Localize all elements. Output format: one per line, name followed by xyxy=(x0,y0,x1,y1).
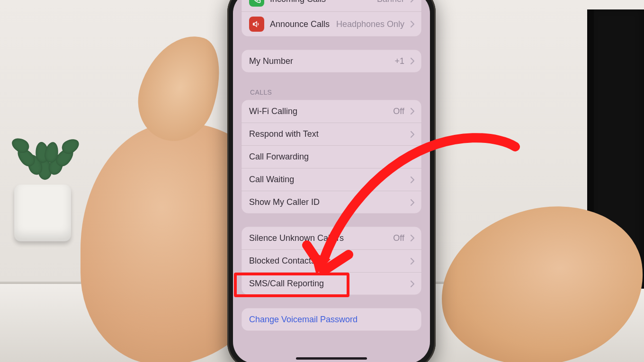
row-label: Silence Unknown Callers xyxy=(249,233,387,243)
plant-pot xyxy=(14,185,71,241)
row-value: Banner xyxy=(377,0,404,4)
group-calls: Wi-Fi Calling Off Respond with Text Call… xyxy=(242,100,421,213)
row-label: Show My Caller ID xyxy=(249,197,404,207)
section-header-calls: CALLS xyxy=(250,88,420,96)
phone-in-icon xyxy=(249,0,264,7)
row-show-my-caller-id[interactable]: Show My Caller ID xyxy=(242,191,421,213)
row-label: Change Voicemail Password xyxy=(249,315,415,325)
chevron-right-icon xyxy=(410,280,415,288)
group-silence-block: Silence Unknown Callers Off Blocked Cont… xyxy=(242,227,421,295)
row-call-forwarding[interactable]: Call Forwarding xyxy=(242,145,421,168)
row-label: Wi-Fi Calling xyxy=(249,106,387,116)
succulent-plant xyxy=(7,71,83,194)
row-label: Call Forwarding xyxy=(249,152,404,162)
group-my-number: My Number +1 xyxy=(242,50,421,72)
row-call-waiting[interactable]: Call Waiting xyxy=(242,168,421,191)
chevron-right-icon xyxy=(410,176,415,184)
row-value: Headphones Only xyxy=(336,19,404,29)
iphone-device: Incoming Calls Banner Announce Calls Hea… xyxy=(227,0,436,362)
phone-screen: Incoming Calls Banner Announce Calls Hea… xyxy=(233,0,430,362)
row-blocked-contacts[interactable]: Blocked Contacts xyxy=(242,249,421,272)
row-wifi-calling[interactable]: Wi-Fi Calling Off xyxy=(242,100,421,123)
row-value: Off xyxy=(393,106,404,116)
settings-phone-scroll[interactable]: Incoming Calls Banner Announce Calls Hea… xyxy=(233,0,430,331)
row-label: Blocked Contacts xyxy=(249,256,404,266)
announce-icon xyxy=(249,17,264,32)
row-value: +1 xyxy=(394,56,404,66)
row-change-voicemail-password[interactable]: Change Voicemail Password xyxy=(242,308,421,331)
group-voicemail: Change Voicemail Password xyxy=(242,308,421,331)
row-announce-calls[interactable]: Announce Calls Headphones Only xyxy=(242,11,421,36)
chevron-right-icon xyxy=(410,153,415,161)
group-alerts: Incoming Calls Banner Announce Calls Hea… xyxy=(242,0,421,36)
chevron-right-icon xyxy=(410,199,415,206)
chevron-right-icon xyxy=(410,0,415,3)
home-indicator[interactable] xyxy=(296,357,367,360)
row-label: Incoming Calls xyxy=(270,0,371,4)
row-label: My Number xyxy=(249,56,389,66)
chevron-right-icon xyxy=(410,131,415,138)
row-sms-call-reporting[interactable]: SMS/Call Reporting xyxy=(242,272,421,295)
chevron-right-icon xyxy=(410,20,415,28)
chevron-right-icon xyxy=(410,257,415,265)
chevron-right-icon xyxy=(410,234,415,242)
row-my-number[interactable]: My Number +1 xyxy=(242,50,421,72)
chevron-right-icon xyxy=(410,57,415,65)
chevron-right-icon xyxy=(410,107,415,115)
row-label: Announce Calls xyxy=(270,19,331,29)
row-label: Call Waiting xyxy=(249,175,404,185)
row-respond-with-text[interactable]: Respond with Text xyxy=(242,123,421,145)
svg-rect-0 xyxy=(253,23,254,26)
row-label: Respond with Text xyxy=(249,129,404,139)
row-value: Off xyxy=(393,233,404,243)
row-incoming-calls[interactable]: Incoming Calls Banner xyxy=(242,0,421,11)
row-label: SMS/Call Reporting xyxy=(249,279,404,289)
row-silence-unknown-callers[interactable]: Silence Unknown Callers Off xyxy=(242,227,421,249)
